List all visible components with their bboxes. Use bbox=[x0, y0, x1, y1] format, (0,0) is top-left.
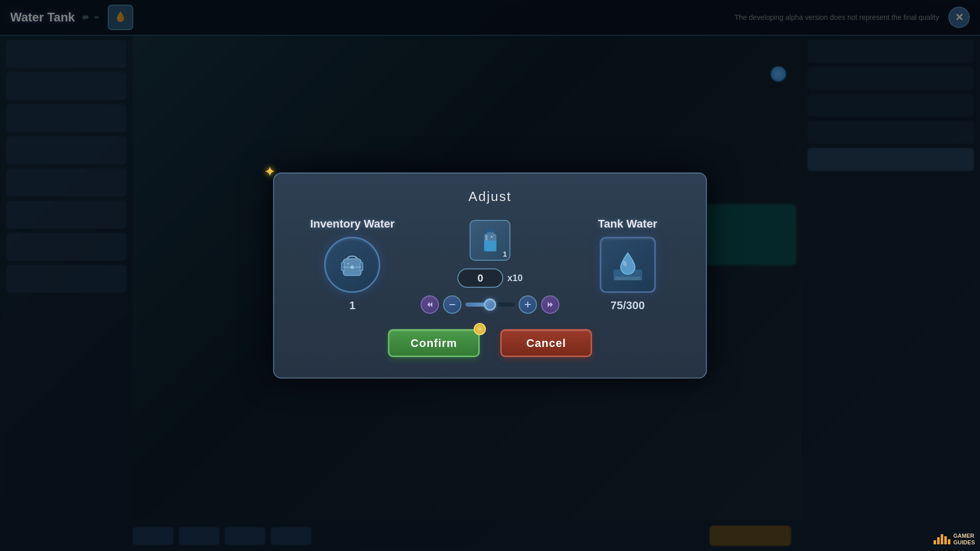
bar4 bbox=[944, 536, 947, 544]
svg-point-12 bbox=[491, 236, 492, 237]
quantity-input[interactable] bbox=[457, 268, 503, 288]
bar1 bbox=[934, 540, 936, 544]
confirm-button[interactable]: Confirm bbox=[388, 329, 480, 357]
slider-track bbox=[465, 303, 514, 307]
svg-point-5 bbox=[351, 265, 354, 269]
svg-rect-18 bbox=[527, 302, 528, 308]
minus-icon bbox=[449, 304, 455, 306]
decrement-button[interactable] bbox=[443, 295, 461, 314]
svg-rect-3 bbox=[360, 262, 363, 270]
multiplier-label: x10 bbox=[507, 273, 523, 284]
cursor-indicator bbox=[474, 323, 486, 335]
tank-icon bbox=[600, 237, 656, 293]
increment-button[interactable] bbox=[519, 295, 537, 314]
watermark-bars-icon bbox=[934, 534, 950, 544]
svg-point-13 bbox=[493, 234, 494, 235]
dialog-content: Inventory Water 1 bbox=[295, 217, 685, 314]
bar3 bbox=[941, 534, 943, 544]
tank-section: Tank Water 75/300 bbox=[570, 217, 685, 312]
inventory-icon bbox=[324, 237, 380, 293]
tank-water-icon bbox=[610, 247, 646, 283]
bar2 bbox=[937, 537, 940, 544]
cancel-button[interactable]: Cancel bbox=[500, 329, 592, 357]
skip-forward-icon bbox=[547, 301, 554, 308]
gamer-guides-watermark: GAMER GUIDES bbox=[934, 533, 975, 546]
svg-rect-23 bbox=[615, 277, 641, 280]
slider-container[interactable] bbox=[465, 295, 514, 314]
tank-count: 75/300 bbox=[610, 299, 645, 312]
backpack-icon bbox=[334, 247, 370, 283]
skip-forward-button[interactable] bbox=[541, 295, 559, 314]
tank-section-title: Tank Water bbox=[598, 217, 657, 231]
svg-marker-19 bbox=[548, 302, 550, 307]
center-section: 1 x10 bbox=[421, 217, 559, 314]
sparkle-icon: ✦ bbox=[264, 163, 276, 180]
plus-icon bbox=[525, 302, 531, 308]
adjust-dialog: ✦ Adjust Inventory Water 1 bbox=[273, 172, 707, 379]
svg-marker-14 bbox=[427, 302, 430, 307]
svg-point-6 bbox=[347, 263, 350, 265]
item-icon-count: 1 bbox=[503, 250, 507, 258]
svg-rect-11 bbox=[485, 235, 487, 240]
slider-row bbox=[421, 295, 559, 314]
bar5 bbox=[948, 539, 950, 544]
inventory-section: Inventory Water 1 bbox=[295, 217, 410, 312]
skip-back-icon bbox=[426, 301, 433, 308]
svg-rect-2 bbox=[341, 262, 345, 270]
svg-marker-20 bbox=[550, 302, 553, 307]
water-bottle-icon bbox=[476, 227, 504, 255]
svg-rect-16 bbox=[449, 304, 455, 305]
item-icon-box: 1 bbox=[470, 220, 510, 261]
slider-thumb[interactable] bbox=[484, 298, 496, 311]
inventory-count: 1 bbox=[349, 299, 355, 312]
quantity-row: x10 bbox=[457, 268, 523, 288]
svg-rect-10 bbox=[486, 229, 495, 232]
buttons-row: Confirm Cancel bbox=[295, 329, 685, 357]
skip-back-button[interactable] bbox=[421, 295, 439, 314]
dialog-title: Adjust bbox=[295, 189, 685, 205]
svg-marker-15 bbox=[430, 302, 432, 307]
watermark-text: GAMER GUIDES bbox=[953, 533, 975, 546]
inventory-section-title: Inventory Water bbox=[310, 217, 395, 231]
svg-rect-8 bbox=[484, 240, 496, 251]
